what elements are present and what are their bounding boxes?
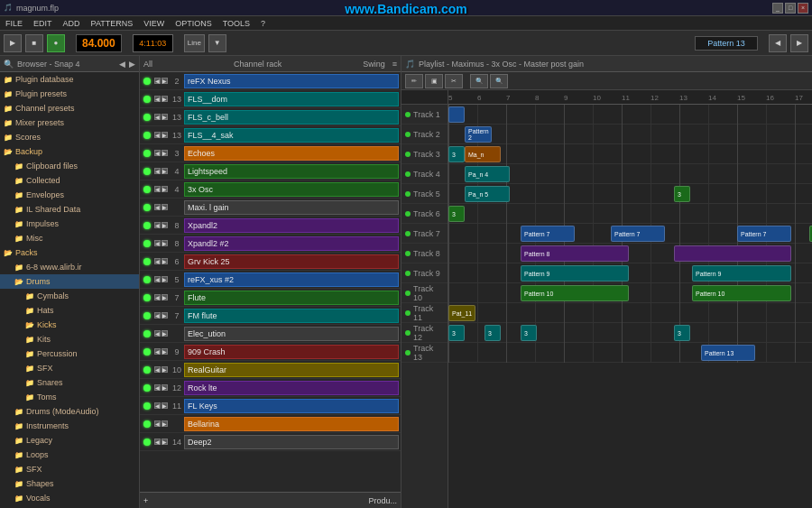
- browser-tree-item[interactable]: 📁Collected: [0, 173, 139, 188]
- cr-name-btn[interactable]: FL Keys: [184, 399, 399, 413]
- cr-name-btn[interactable]: Rock lte: [184, 381, 399, 395]
- pl-track-row[interactable]: [448, 144, 812, 164]
- menu-edit[interactable]: EDIT: [32, 19, 54, 28]
- cr-mute-btn[interactable]: ◀: [154, 186, 161, 192]
- cr-name-btn[interactable]: FLS__dom: [184, 92, 399, 106]
- cr-mute-btn[interactable]: ◀: [154, 114, 161, 120]
- cr-row[interactable]: ◀ ▶ 7 Flute: [140, 289, 401, 307]
- pl-block[interactable]: Pattern 13: [701, 345, 755, 361]
- menu-patterns[interactable]: PATTERNS: [89, 19, 135, 28]
- cr-row[interactable]: ◀ ▶ 6 Grv Kick 25: [140, 253, 401, 271]
- cr-mute-btn[interactable]: ◀: [154, 150, 161, 156]
- cr-mute-btn[interactable]: ◀: [154, 204, 161, 210]
- menu-add[interactable]: ADD: [61, 19, 82, 28]
- cr-menu-btn[interactable]: ≡: [392, 60, 397, 69]
- cr-mute-btn[interactable]: ◀: [154, 222, 161, 228]
- cr-row[interactable]: ◀ ▶ 8 Xpandl2: [140, 217, 401, 235]
- cr-mute-btn[interactable]: ◀: [154, 439, 161, 445]
- cr-name-btn[interactable]: Xpandl2: [184, 218, 399, 233]
- cr-solo-btn[interactable]: ▶: [161, 348, 168, 355]
- cr-row[interactable]: ◀ ▶ 5 reFX_xus #2: [140, 271, 401, 289]
- pl-block[interactable]: 3: [521, 325, 537, 341]
- pl-block[interactable]: Pat_11: [448, 305, 475, 321]
- browser-tree-item[interactable]: 📁SFX: [0, 361, 139, 375]
- cr-solo-btn[interactable]: ▶: [161, 366, 168, 373]
- pl-track-label[interactable]: Track 9: [401, 263, 448, 283]
- cr-row[interactable]: ◀ ▶ 3 Echoes: [140, 144, 401, 162]
- pl-block[interactable]: 3: [448, 325, 465, 341]
- cr-row[interactable]: ◀ ▶ Maxi. l gain: [140, 199, 401, 217]
- cr-solo-btn[interactable]: ▶: [161, 258, 168, 264]
- menu-file[interactable]: FILE: [4, 19, 24, 28]
- cr-name-btn[interactable]: FLS__4_sak: [184, 128, 399, 143]
- cr-solo-btn[interactable]: ▶: [161, 420, 168, 427]
- cr-mute-btn[interactable]: ◀: [154, 168, 161, 174]
- maximize-button[interactable]: □: [785, 3, 796, 14]
- pl-track-row[interactable]: [448, 323, 812, 343]
- pl-track-label[interactable]: Track 12: [401, 323, 448, 343]
- pl-track-label[interactable]: Track 7: [401, 224, 448, 244]
- cr-row[interactable]: ◀ ▶ 11 FL Keys: [140, 397, 401, 415]
- menu-options[interactable]: OPTIONS: [173, 19, 214, 28]
- browser-tree-item[interactable]: 📁Hats: [0, 303, 139, 318]
- browser-tree-item[interactable]: 📁Plugin database: [0, 72, 139, 87]
- pl-track-label[interactable]: Track 11: [401, 303, 448, 323]
- pl-track-row[interactable]: [448, 204, 812, 224]
- browser-tree-item[interactable]: 📁Toms: [0, 390, 139, 404]
- pl-tool-draw[interactable]: ✏: [405, 74, 423, 88]
- browser-tree-item[interactable]: 📂Kicks: [0, 318, 139, 332]
- cr-row[interactable]: ◀ ▶ 10 RealGuitar: [140, 361, 401, 379]
- cr-name-btn[interactable]: RealGuitar: [184, 363, 399, 377]
- close-button[interactable]: ×: [798, 3, 808, 14]
- record-button[interactable]: ●: [47, 34, 65, 52]
- browser-tree-item[interactable]: 📁Snares: [0, 375, 139, 390]
- menu-view[interactable]: VIEW: [142, 19, 166, 28]
- cr-mute-btn[interactable]: ◀: [154, 348, 161, 355]
- snap-selector[interactable]: ▼: [208, 34, 226, 52]
- browser-tree-item[interactable]: 📁Shapes: [0, 476, 139, 491]
- menu-tools[interactable]: TOOLS: [221, 19, 252, 28]
- cr-name-btn[interactable]: Grv Kick 25: [184, 254, 399, 269]
- browser-tree-item[interactable]: 📂Drums: [0, 274, 139, 289]
- browser-tree-item[interactable]: 📁Kits: [0, 332, 139, 346]
- cr-row[interactable]: ◀ ▶ 9 909 Crash: [140, 343, 401, 361]
- pl-tool-select[interactable]: ▣: [425, 74, 443, 88]
- pl-block[interactable]: Pattern 7: [737, 226, 791, 242]
- browser-tree-item[interactable]: 📁Misc: [0, 231, 139, 245]
- cr-row[interactable]: ◀ ▶ 7 FM flute: [140, 307, 401, 325]
- cr-mute-btn[interactable]: ◀: [154, 420, 161, 427]
- cr-mute-btn[interactable]: ◀: [154, 240, 161, 246]
- cr-name-btn[interactable]: reFX_xus #2: [184, 272, 399, 287]
- pl-tracks-area[interactable]: 56789101112131415161718 Pattern 23Ma_nPa…: [448, 90, 812, 508]
- cr-mute-btn[interactable]: ◀: [154, 366, 161, 373]
- stop-button[interactable]: ■: [25, 34, 43, 52]
- cr-row[interactable]: ◀ ▶ 13 FLS__4_sak: [140, 126, 401, 144]
- browser-tree-item[interactable]: 📁Mixer presets: [0, 115, 139, 130]
- cr-solo-btn[interactable]: ▶: [161, 78, 168, 84]
- cr-name-btn[interactable]: Flute: [184, 291, 399, 305]
- browser-tree-item[interactable]: 📁Clipboard files: [0, 159, 139, 173]
- pl-block[interactable]: Pattern 7: [521, 226, 575, 242]
- browser-tree-item[interactable]: 📁SFX: [0, 462, 139, 476]
- line-tool[interactable]: Line: [184, 34, 205, 52]
- pl-zoom-out[interactable]: 🔍: [490, 74, 508, 88]
- pl-zoom-in[interactable]: 🔍: [470, 74, 488, 88]
- cr-name-btn[interactable]: Echoes: [184, 146, 399, 161]
- cr-solo-btn[interactable]: ▶: [161, 294, 168, 300]
- cr-name-btn[interactable]: reFX Nexus: [184, 74, 399, 88]
- pattern-prev[interactable]: ◀: [769, 34, 787, 52]
- browser-tree-item[interactable]: 📁6-8 www.alirb.ir: [0, 260, 139, 274]
- cr-solo-btn[interactable]: ▶: [161, 330, 168, 337]
- cr-row[interactable]: ◀ ▶ 14 Deep2: [140, 433, 401, 451]
- cr-mute-btn[interactable]: ◀: [154, 384, 161, 391]
- browser-nav-right[interactable]: ▶: [129, 60, 135, 69]
- browser-tree-item[interactable]: 📁Instruments: [0, 419, 139, 433]
- cr-mute-btn[interactable]: ◀: [154, 78, 161, 84]
- cr-mute-btn[interactable]: ◀: [154, 294, 161, 300]
- cr-row[interactable]: ◀ ▶ 12 Rock lte: [140, 379, 401, 397]
- pattern-next[interactable]: ▶: [790, 34, 808, 52]
- browser-tree-item[interactable]: 📁Impulses: [0, 217, 139, 231]
- cr-name-btn[interactable]: 909 Crash: [184, 345, 399, 359]
- cr-name-btn[interactable]: Maxi. l gain: [184, 200, 399, 215]
- pl-track-label[interactable]: Track 1: [401, 105, 448, 125]
